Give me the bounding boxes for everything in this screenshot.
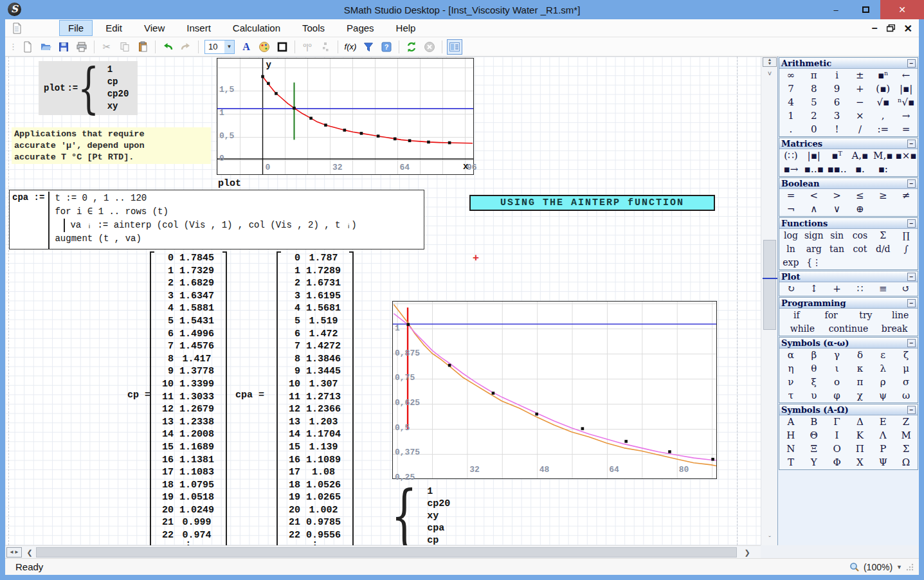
evaluate-arrow-button[interactable]: → (894, 109, 918, 123)
palette-section-header[interactable]: Matrices− (779, 138, 918, 149)
minor-button[interactable]: M,▪ (871, 149, 894, 163)
scroll-right-button[interactable]: ❯ (742, 547, 752, 557)
menu-edit[interactable]: Edit (96, 20, 131, 36)
cases-system-button[interactable]: {⋮ (802, 256, 826, 269)
palette-key[interactable]: δ (848, 349, 871, 362)
text-note[interactable]: Applications that requireaccurate 'µ', d… (12, 127, 211, 164)
lines-mode-button[interactable]: ≡ (871, 282, 894, 296)
horizontal-splitter-button[interactable]: ◄► (6, 547, 22, 557)
palette-key[interactable]: ln (779, 242, 802, 256)
menu-insert[interactable]: Insert (177, 20, 220, 36)
menu-tools[interactable]: Tools (293, 20, 334, 36)
open-file-button[interactable] (38, 39, 53, 55)
font-button[interactable]: A (239, 39, 254, 55)
collapse-button[interactable]: − (907, 406, 916, 414)
cp-matrix[interactable]: 01.784511.732921.682931.634741.588151.54… (150, 251, 227, 545)
integral-button[interactable]: ∫ (894, 242, 918, 256)
palette-key[interactable]: × (848, 109, 871, 123)
palette-key[interactable]: υ (802, 389, 826, 403)
palette-key[interactable]: α (779, 349, 802, 362)
palette-key[interactable]: 7 (779, 82, 802, 96)
palette-key[interactable]: sin (826, 229, 849, 242)
scale-button[interactable]: ↕ (802, 282, 826, 296)
palette-key[interactable]: 6 (826, 96, 849, 109)
zoom-level[interactable]: (100%) (864, 562, 892, 572)
palette-key[interactable]: Ο (826, 442, 849, 456)
new-file-button[interactable] (20, 39, 35, 55)
palette-key[interactable]: cos (848, 229, 871, 242)
palette-key[interactable]: log (779, 229, 802, 242)
product-button[interactable]: ∏ (894, 229, 918, 242)
palette-key[interactable]: γ (826, 349, 849, 362)
transpose-button[interactable]: ▪ᵀ (826, 149, 849, 163)
palette-key[interactable]: < (802, 189, 826, 203)
palette-key[interactable]: ο (826, 376, 849, 389)
vertical-splitter-button[interactable]: ▲▼ (763, 57, 777, 67)
filter-button[interactable] (361, 39, 376, 55)
palette-key[interactable]: ξ (802, 376, 826, 389)
refresh-button[interactable]: ↺ (894, 282, 918, 296)
palette-key[interactable]: ! (826, 123, 849, 136)
recalculate-button[interactable] (404, 39, 419, 55)
determinant-button[interactable]: |▪| (802, 149, 826, 163)
toolbar-grip[interactable]: ⋮ (9, 42, 16, 51)
palette-key[interactable]: Ι (826, 429, 849, 442)
palette-key[interactable]: ∞ (779, 69, 802, 82)
palette-key[interactable]: cot (848, 242, 871, 256)
close-button[interactable]: ✕ (880, 0, 924, 19)
palette-key[interactable]: Θ (802, 429, 826, 442)
units-button[interactable]: º|º (300, 39, 315, 55)
palette-key[interactable]: π (802, 69, 826, 82)
palette-section-header[interactable]: Boolean− (779, 178, 918, 189)
function-insert-button[interactable]: f(x) (343, 39, 358, 55)
viscosity-plot-small[interactable]: 1,510,500326496yx (217, 58, 474, 175)
palette-key[interactable]: line (883, 309, 918, 322)
palette-key[interactable]: ω (894, 389, 918, 403)
palette-key[interactable]: Τ (779, 456, 802, 469)
vertical-scrollbar[interactable]: ▲▼ ˅ ˇ (761, 57, 777, 545)
palette-key[interactable]: 4 (779, 96, 802, 109)
cross-product-button[interactable]: ▪×▪ (894, 149, 918, 163)
palette-key[interactable]: Η (779, 429, 802, 442)
palette-key[interactable]: tan (826, 242, 849, 256)
collapse-button[interactable]: − (907, 140, 916, 148)
palette-key[interactable]: 2 (802, 109, 826, 123)
menu-file[interactable]: File (59, 20, 93, 36)
border-button[interactable] (275, 39, 290, 55)
plot-definition-region[interactable]: plot := { 1cpcp20xy (39, 61, 138, 115)
parentheses-button[interactable]: (▪) (871, 82, 894, 96)
palette-key[interactable]: 1 (779, 109, 802, 123)
palette-key[interactable]: ⊕ (848, 203, 871, 216)
rotate-button[interactable]: ↻ (779, 282, 802, 296)
fraction-view-button[interactable] (318, 39, 333, 55)
palette-section-header[interactable]: Functions− (779, 218, 918, 229)
palette-key[interactable]: ∧ (802, 203, 826, 216)
child-close-button[interactable]: ✕ (904, 23, 912, 35)
minimize-button[interactable]: – (821, 0, 851, 19)
palette-key[interactable]: Π (848, 442, 871, 456)
palette-key[interactable]: τ (779, 389, 802, 403)
palette-key[interactable]: Μ (894, 429, 918, 442)
palette-key[interactable]: Δ (848, 415, 871, 429)
column-button[interactable]: ▪: (871, 163, 894, 176)
palette-key[interactable]: Α (779, 415, 802, 429)
palette-key[interactable]: . (779, 123, 802, 136)
palette-key[interactable]: η (779, 362, 802, 376)
color-palette-button[interactable] (257, 39, 272, 55)
palette-key[interactable]: , (871, 109, 894, 123)
palette-key[interactable]: σ (894, 376, 918, 389)
child-minimize-button[interactable]: – (872, 23, 878, 34)
palette-key[interactable]: ν (779, 376, 802, 389)
redo-button[interactable] (178, 39, 194, 55)
palette-key[interactable]: > (826, 189, 849, 203)
palette-key[interactable]: ≤ (848, 189, 871, 203)
zoom-dropdown-arrow[interactable]: ▼ (896, 564, 902, 570)
palette-key[interactable]: λ (871, 362, 894, 376)
palette-key[interactable]: 0 (802, 123, 826, 136)
horizontal-scroll-thumb[interactable] (36, 547, 737, 557)
palette-key[interactable]: 5 (802, 96, 826, 109)
horizontal-scrollbar[interactable]: ◄► ❮ ❯ (5, 545, 761, 558)
matrix-insert-button[interactable]: (∷) (779, 149, 802, 163)
palette-key[interactable]: Γ (826, 415, 849, 429)
collapse-button[interactable]: − (907, 273, 916, 281)
